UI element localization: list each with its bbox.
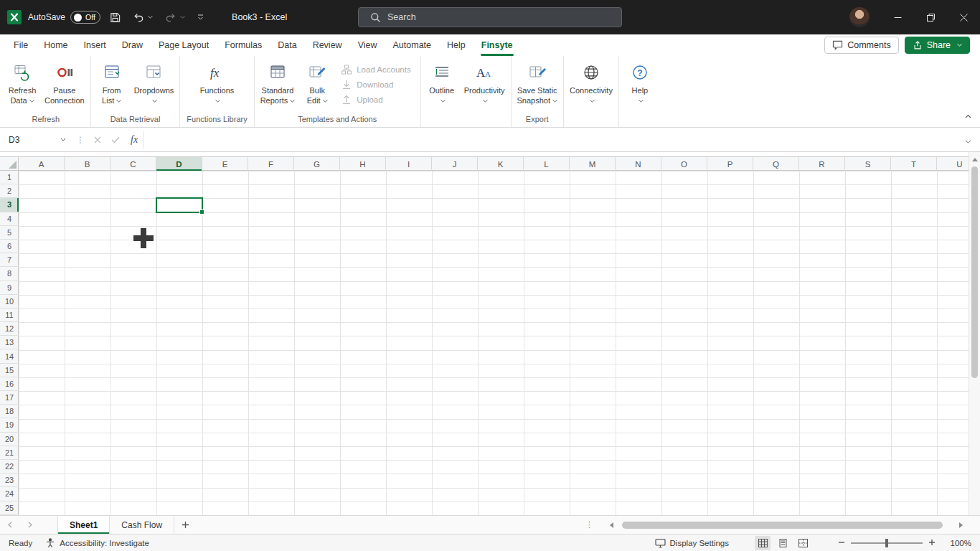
- row-header-2[interactable]: 2: [0, 184, 19, 198]
- ribbon-tab-formulas[interactable]: Formulas: [217, 34, 270, 56]
- maximize-button[interactable]: [914, 0, 947, 34]
- display-settings-button[interactable]: Display Settings: [655, 538, 729, 548]
- page-layout-view-button[interactable]: [775, 536, 791, 550]
- load-accounts-button[interactable]: Load Accounts: [341, 65, 410, 75]
- zoom-level[interactable]: 100%: [943, 539, 971, 547]
- vertical-scrollbar[interactable]: [969, 152, 980, 534]
- ribbon-tab-file[interactable]: File: [6, 34, 36, 56]
- tab-strip-more-icon[interactable]: ⋮: [585, 516, 593, 534]
- scroll-right-button[interactable]: [956, 522, 966, 528]
- row-header-19[interactable]: 19: [0, 418, 19, 432]
- row-header-7[interactable]: 7: [0, 253, 19, 267]
- scroll-left-button[interactable]: [606, 522, 616, 528]
- row-header-24[interactable]: 24: [0, 487, 19, 501]
- zoom-slider[interactable]: [851, 542, 923, 544]
- search-box[interactable]: Search: [358, 7, 622, 27]
- row-header-14[interactable]: 14: [0, 349, 19, 363]
- pause-connection-button[interactable]: PauseConnection: [41, 57, 88, 108]
- ribbon-tab-review[interactable]: Review: [305, 34, 350, 56]
- row-header-6[interactable]: 6: [0, 240, 19, 253]
- formula-bar-expand-button[interactable]: [956, 133, 980, 146]
- user-avatar[interactable]: [849, 7, 870, 27]
- column-header-O[interactable]: O: [661, 157, 707, 171]
- ribbon-tab-data[interactable]: Data: [270, 34, 304, 56]
- formula-bar-resize-handle[interactable]: ⋮: [72, 135, 89, 145]
- row-header-25[interactable]: 25: [0, 501, 19, 515]
- row-header-10[interactable]: 10: [0, 295, 19, 309]
- ribbon-tab-automate[interactable]: Automate: [385, 34, 440, 56]
- fill-handle[interactable]: [199, 209, 204, 215]
- functions-button[interactable]: fx Functions: [197, 57, 238, 108]
- scroll-up-button[interactable]: [969, 154, 980, 165]
- refresh-data-button[interactable]: RefreshData: [4, 57, 41, 108]
- row-header-12[interactable]: 12: [0, 322, 19, 336]
- sheet-tab-sheet1[interactable]: Sheet1: [57, 516, 110, 534]
- redo-button[interactable]: [162, 8, 188, 27]
- sheet-tab-cash-flow[interactable]: Cash Flow: [110, 516, 174, 534]
- autosave-toggle[interactable]: AutoSave Off: [28, 11, 100, 24]
- row-header-4[interactable]: 4: [0, 212, 19, 226]
- vertical-scrollbar-thumb[interactable]: [971, 166, 978, 378]
- from-list-button[interactable]: FromList: [93, 57, 131, 108]
- column-header-R[interactable]: R: [799, 157, 845, 171]
- column-header-H[interactable]: H: [340, 157, 386, 171]
- accessibility-status[interactable]: Accessibility: Investigate: [45, 538, 149, 548]
- dropdowns-button[interactable]: Dropdowns: [131, 57, 178, 108]
- zoom-slider-thumb[interactable]: [885, 539, 888, 547]
- formula-input[interactable]: [143, 131, 956, 149]
- row-header-1[interactable]: 1: [0, 171, 19, 184]
- cancel-button[interactable]: [89, 136, 106, 143]
- productivity-button[interactable]: AA Productivity: [461, 57, 509, 108]
- column-header-E[interactable]: E: [202, 157, 248, 171]
- undo-button[interactable]: [130, 8, 156, 27]
- share-button[interactable]: Share: [905, 37, 970, 54]
- name-box[interactable]: D3: [0, 131, 72, 149]
- ribbon-tab-view[interactable]: View: [350, 34, 385, 56]
- bulk-edit-button[interactable]: BulkEdit: [298, 57, 336, 108]
- row-header-11[interactable]: 11: [0, 309, 19, 322]
- column-header-K[interactable]: K: [478, 157, 524, 171]
- customize-quick-access-toolbar-button[interactable]: [194, 8, 207, 27]
- row-header-9[interactable]: 9: [0, 281, 19, 295]
- normal-view-button[interactable]: [755, 536, 771, 550]
- page-break-preview-button[interactable]: [795, 536, 811, 550]
- outline-button[interactable]: Outline: [423, 57, 461, 108]
- row-header-16[interactable]: 16: [0, 377, 19, 391]
- column-header-Q[interactable]: Q: [753, 157, 799, 171]
- grid-cells[interactable]: [19, 171, 969, 515]
- horizontal-scrollbar[interactable]: [605, 516, 967, 534]
- ribbon-tab-help[interactable]: Help: [439, 34, 473, 56]
- selected-cell-outline[interactable]: [156, 197, 203, 212]
- column-header-L[interactable]: L: [524, 157, 570, 171]
- help-button[interactable]: ? Help: [621, 57, 659, 108]
- excel-app-icon[interactable]: [7, 10, 22, 24]
- zoom-out-button[interactable]: [838, 539, 845, 547]
- column-header-B[interactable]: B: [65, 157, 110, 171]
- new-sheet-button[interactable]: [174, 516, 196, 534]
- close-button[interactable]: [947, 0, 980, 34]
- save-static-snapshot-button[interactable]: Save StaticSnapshot: [514, 57, 561, 108]
- minimize-button[interactable]: [881, 0, 914, 34]
- row-header-21[interactable]: 21: [0, 446, 19, 460]
- row-header-13[interactable]: 13: [0, 336, 19, 349]
- row-header-8[interactable]: 8: [0, 267, 19, 281]
- ribbon-tab-home[interactable]: Home: [36, 34, 75, 56]
- ribbon-tab-insert[interactable]: Insert: [76, 34, 114, 56]
- column-header-J[interactable]: J: [432, 157, 478, 171]
- comments-button[interactable]: Comments: [824, 37, 898, 54]
- connectivity-button[interactable]: Connectivity: [566, 57, 616, 108]
- row-header-3[interactable]: 3: [0, 198, 19, 212]
- row-header-23[interactable]: 23: [0, 474, 19, 487]
- enter-button[interactable]: [106, 136, 125, 143]
- sheet-nav-left-button[interactable]: [0, 516, 20, 534]
- column-header-P[interactable]: P: [707, 157, 753, 171]
- column-header-G[interactable]: G: [294, 157, 340, 171]
- save-button[interactable]: [107, 8, 123, 27]
- row-header-17[interactable]: 17: [0, 391, 19, 405]
- row-header-20[interactable]: 20: [0, 433, 19, 446]
- standard-reports-button[interactable]: StandardReports: [257, 57, 299, 108]
- ribbon-tab-finsyte[interactable]: Finsyte: [473, 34, 521, 56]
- column-header-I[interactable]: I: [386, 157, 432, 171]
- row-header-18[interactable]: 18: [0, 405, 19, 418]
- column-header-U[interactable]: U: [937, 157, 969, 171]
